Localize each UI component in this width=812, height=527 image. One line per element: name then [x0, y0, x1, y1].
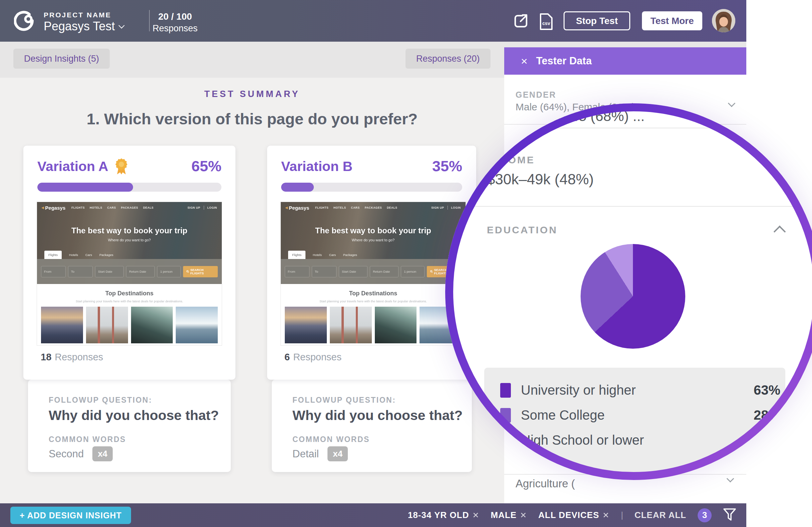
mock-search-bar: From To Start Date Return Date 1 person … — [281, 259, 465, 284]
close-icon[interactable]: × — [521, 55, 527, 67]
photo-golden-gate — [86, 307, 128, 343]
csv-file-icon[interactable]: csv — [539, 13, 554, 31]
variation-b-progress-track — [281, 183, 462, 192]
remove-filter-icon[interactable]: ✕ — [472, 511, 479, 520]
common-words-label: COMMON WORDS — [292, 435, 370, 444]
filter-separator: | — [621, 510, 623, 520]
project-name-dropdown[interactable]: Pegasys Test — [44, 19, 124, 33]
common-word-row: Second x4 — [49, 447, 113, 461]
mock-navbar: ⪡Pegasys FLIGHTSHOTELSCARSPACKAGESDEALS … — [281, 202, 465, 213]
filter-chip-devices[interactable]: ALL DEVICES✕ — [538, 510, 610, 520]
filter-funnel-icon[interactable] — [723, 508, 736, 523]
mock-brand: ⪡Pegasys — [42, 205, 66, 211]
variation-a-responses: 18Responses — [41, 352, 103, 363]
winner-medal-icon — [114, 158, 128, 175]
mock-search-button: SEARCH FLIGHTS — [183, 266, 218, 277]
mock-nav-links: FLIGHTSHOTELSCARSPACKAGESDEALS — [315, 206, 397, 209]
variation-b-progress-fill — [281, 183, 314, 192]
header-divider — [149, 10, 150, 31]
followup-question: Why did you choose that? — [49, 408, 219, 423]
common-word: Second — [49, 448, 84, 460]
mock-destination-photos — [41, 307, 218, 343]
filter-chip-age[interactable]: 18-34 YR OLD✕ — [408, 510, 480, 520]
photo-mountain-lake — [176, 307, 218, 343]
magnifier-lens: , 30-45 (68%) ... INCOME $30k–49k (48%) … — [445, 103, 812, 480]
main-content: TEST SUMMARY 1. Which version of this pa… — [0, 78, 504, 503]
tab-design-insights[interactable]: Design Insights (5) — [13, 49, 110, 69]
filter-chip-gender[interactable]: MALE✕ — [491, 510, 527, 520]
tester-data-title: Tester Data — [536, 55, 592, 67]
app-logo-icon[interactable] — [14, 10, 35, 31]
project-name: Pegasys Test — [44, 19, 115, 33]
industry-value: Agriculture ( — [516, 477, 575, 490]
top-header: PROJECT NAME Pegasys Test 20 / 100 Respo… — [0, 0, 746, 42]
user-avatar[interactable] — [712, 9, 735, 32]
remove-filter-icon[interactable]: ✕ — [520, 511, 527, 520]
variation-b-title: Variation B — [281, 159, 352, 174]
variation-a-progress-track — [37, 183, 221, 192]
remove-filter-icon[interactable]: ✕ — [603, 511, 610, 520]
followup-label: FOLLOWUP QUESTION: — [292, 396, 396, 405]
responses-count-label: Responses — [152, 23, 199, 34]
mock-auth-links: SIGN UPLOGIN — [431, 206, 461, 210]
mock-search-bar: From To Start Date Return Date 1 person … — [37, 259, 222, 284]
gender-label: GENDER — [516, 90, 556, 100]
common-words-label: COMMON WORDS — [49, 435, 126, 444]
mock-destination-photos — [285, 307, 462, 343]
bottom-bar: + ADD DESIGN INSIGHT 18-34 YR OLD✕ MALE✕… — [0, 503, 746, 527]
active-filters: 18-34 YR OLD✕ MALE✕ ALL DEVICES✕ | CLEAR… — [408, 503, 736, 527]
followup-label: FOLLOWUP QUESTION: — [49, 396, 152, 405]
magnified-divider — [445, 206, 812, 207]
mock-nav-links: FLIGHTSHOTELSCARSPACKAGESDEALS — [71, 206, 154, 209]
variation-a-progress-fill — [37, 183, 133, 192]
legend-swatch — [500, 408, 511, 423]
mock-hero: ⪡Pegasys FLIGHTSHOTELSCARSPACKAGESDEALS … — [281, 202, 465, 284]
variation-a-card: Variation A 65% ⪡Pegasys F — [23, 146, 235, 380]
search-icon — [430, 270, 433, 273]
svg-text:csv: csv — [542, 21, 550, 26]
tab-responses[interactable]: Responses (20) — [406, 49, 491, 69]
common-word: Detail — [292, 448, 319, 460]
common-word-row: Detail x4 — [292, 447, 348, 461]
legend-row: University or higher 63% — [484, 378, 785, 402]
photo-city-skyline — [285, 307, 327, 343]
chevron-up-icon[interactable] — [774, 226, 786, 238]
variation-b-screenshot[interactable]: ⪡Pegasys FLIGHTSHOTELSCARSPACKAGESDEALS … — [280, 202, 466, 346]
variation-a-header: Variation A 65% — [37, 158, 221, 175]
filter-count-badge: 3 — [698, 508, 712, 522]
variation-a-screenshot[interactable]: ⪡Pegasys FLIGHTSHOTELSCARSPACKAGESDEALS … — [37, 202, 222, 346]
mock-auth-links: SIGN UPLOGIN — [187, 206, 217, 210]
photo-golden-gate — [330, 307, 372, 343]
mock-hero: ⪡Pegasys FLIGHTSHOTELSCARSPACKAGESDEALS … — [37, 202, 222, 284]
mock-brand: ⪡Pegasys — [286, 205, 309, 211]
search-icon — [186, 270, 189, 273]
mock-headline: The best way to book your trip — [281, 226, 465, 235]
test-summary-eyebrow: TEST SUMMARY — [0, 89, 504, 99]
mock-navbar: ⪡Pegasys FLIGHTSHOTELSCARSPACKAGESDEALS … — [37, 202, 222, 213]
test-more-button[interactable]: Test More — [642, 11, 702, 30]
avatar-image — [712, 9, 735, 32]
legend-swatch — [500, 383, 511, 398]
chevron-down-icon[interactable] — [727, 475, 734, 483]
chevron-down-icon[interactable] — [728, 100, 736, 107]
variation-b-responses: 6Responses — [285, 352, 342, 363]
test-question-title: 1. Which version of this page do you pre… — [0, 110, 504, 128]
responses-count: 20 / 100 — [152, 11, 199, 22]
education-label: EDUCATION — [487, 224, 557, 236]
add-design-insight-button[interactable]: + ADD DESIGN INSIGHT — [10, 507, 131, 524]
project-label: PROJECT NAME — [44, 11, 111, 19]
variation-b-header: Variation B 35% — [281, 158, 462, 175]
mock-tabs: Flights Hotels Cars Packages — [288, 251, 357, 259]
mock-destinations: Top Destinations Start planning your tra… — [281, 284, 465, 346]
photo-concert — [131, 307, 173, 343]
variation-a-title: Variation A — [37, 159, 108, 174]
variation-a-percent: 65% — [191, 158, 221, 175]
stop-test-button[interactable]: Stop Test — [564, 11, 630, 30]
photo-city-skyline — [41, 307, 83, 343]
photo-concert — [375, 307, 417, 343]
chevron-down-icon — [119, 22, 125, 28]
share-export-icon[interactable] — [512, 13, 529, 29]
app-root: PROJECT NAME Pegasys Test 20 / 100 Respo… — [0, 0, 812, 527]
clear-all-button[interactable]: CLEAR ALL — [635, 510, 686, 520]
word-count-badge: x4 — [92, 447, 113, 461]
